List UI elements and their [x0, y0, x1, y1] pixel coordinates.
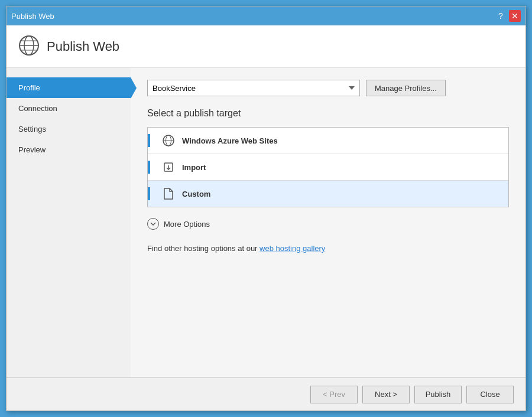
sidebar-label-preview: Preview	[18, 145, 46, 154]
sidebar-item-settings[interactable]: Settings	[7, 119, 131, 139]
main-content: Profile Connection Settings Preview Book…	[7, 68, 525, 377]
import-border	[148, 161, 150, 174]
title-bar-controls: ? ✕	[495, 10, 521, 22]
custom-border	[148, 187, 150, 200]
manage-profiles-button[interactable]: Manage Profiles...	[366, 80, 446, 96]
publish-web-window: Publish Web ? ✕ Publish Web Profile	[6, 6, 526, 411]
publish-button[interactable]: Publish	[414, 386, 462, 403]
sidebar-item-profile[interactable]: Profile	[7, 77, 131, 98]
import-label: Import	[182, 163, 206, 172]
title-bar-left: Publish Web	[11, 12, 54, 21]
profile-row: BookService Manage Profiles...	[147, 80, 509, 96]
sidebar-label-settings: Settings	[18, 125, 46, 133]
azure-icon	[162, 134, 175, 147]
title-bar: Publish Web ? ✕	[7, 6, 525, 25]
azure-label: Windows Azure Web Sites	[182, 136, 278, 145]
next-button[interactable]: Next >	[362, 386, 410, 403]
target-item-custom[interactable]: Custom	[148, 181, 508, 207]
profile-select[interactable]: BookService	[147, 80, 360, 96]
sidebar-label-profile: Profile	[18, 83, 40, 92]
hosting-link[interactable]: web hosting gallery	[259, 244, 325, 253]
prev-button[interactable]: < Prev	[310, 386, 358, 403]
footer: < Prev Next > Publish Close	[7, 377, 525, 411]
section-title: Select a publish target	[147, 108, 509, 119]
azure-border	[148, 134, 150, 147]
more-options-label: More Options	[164, 220, 210, 229]
sidebar-label-connection: Connection	[18, 104, 57, 113]
more-options-icon	[147, 218, 159, 230]
custom-icon	[162, 187, 175, 200]
header-area: Publish Web	[7, 25, 525, 68]
header-title: Publish Web	[47, 39, 119, 54]
custom-label: Custom	[182, 190, 210, 198]
hosting-text: Find other hosting options at our web ho…	[147, 244, 509, 253]
content-panel: BookService Manage Profiles... Select a …	[131, 68, 525, 377]
close-button-footer[interactable]: Close	[466, 386, 514, 403]
close-button[interactable]: ✕	[509, 10, 521, 22]
import-icon	[162, 161, 175, 174]
target-list: Windows Azure Web Sites Import	[147, 127, 509, 207]
sidebar: Profile Connection Settings Preview	[7, 68, 131, 377]
target-item-azure[interactable]: Windows Azure Web Sites	[148, 128, 508, 154]
target-item-import[interactable]: Import	[148, 154, 508, 181]
help-button[interactable]: ?	[495, 10, 507, 22]
sidebar-item-preview[interactable]: Preview	[7, 139, 131, 160]
hosting-description: Find other hosting options at our	[147, 244, 259, 253]
globe-icon	[18, 35, 40, 58]
title-bar-title: Publish Web	[11, 12, 54, 21]
more-options[interactable]: More Options	[147, 218, 509, 230]
sidebar-item-connection[interactable]: Connection	[7, 98, 131, 119]
